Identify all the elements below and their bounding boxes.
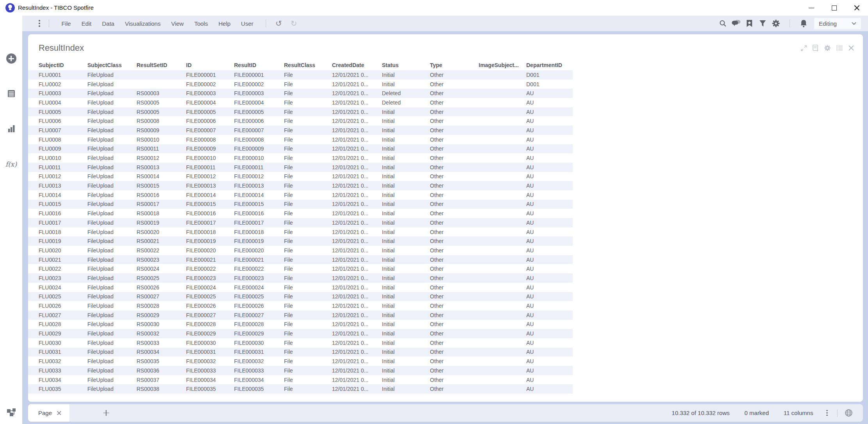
notifications-button[interactable]: [797, 17, 810, 30]
filters-button[interactable]: [756, 17, 769, 30]
cell: D001: [526, 81, 573, 87]
maximize-button[interactable]: [823, 0, 845, 16]
table-row[interactable]: FLU0015FileUploadRS00017FILE000015FILE00…: [28, 200, 573, 209]
table-row[interactable]: FLU0027FileUploadRS00029FILE000027FILE00…: [28, 310, 573, 320]
cell: FileUpload: [87, 164, 137, 170]
undo-icon[interactable]: ↺: [275, 20, 282, 27]
bookmarks-button[interactable]: [743, 17, 756, 30]
cell: FLU0017: [39, 220, 87, 226]
table-row[interactable]: FLU0001FileUploadFILE000001FILE000001Fil…: [28, 70, 573, 80]
close-button[interactable]: [845, 0, 868, 16]
cell: File: [284, 330, 332, 337]
table-row[interactable]: FLU0002FileUploadFILE000002FILE000002Fil…: [28, 80, 573, 89]
table-row[interactable]: FLU0024FileUploadRS00026FILE000024FILE00…: [28, 283, 573, 292]
menu-item-visualizations[interactable]: Visualizations: [120, 18, 166, 29]
visualization-settings-icon[interactable]: [824, 44, 831, 51]
table-row[interactable]: FLU0004FileUploadRS00005FILE000004FILE00…: [28, 98, 573, 107]
table-row[interactable]: FLU0018FileUploadRS00020FILE000018FILE00…: [28, 227, 573, 237]
column-header-imagesubject[interactable]: ImageSubject...: [479, 62, 526, 68]
table-row[interactable]: FLU0010FileUploadRS00012FILE000010FILE00…: [28, 153, 573, 163]
menu-item-data[interactable]: Data: [97, 18, 120, 29]
cell: Other: [430, 349, 479, 355]
table-row[interactable]: FLU0022FileUploadRS00024FILE000022FILE00…: [28, 264, 573, 273]
table-row[interactable]: FLU0023FileUploadRS00025FILE000023FILE00…: [28, 273, 573, 283]
menubar-kebab-button[interactable]: [37, 18, 42, 28]
table-row[interactable]: FLU0003FileUploadRS00003FILE000003FILE00…: [28, 89, 573, 98]
column-header-id[interactable]: ID: [186, 62, 234, 68]
cell: FILE000013: [234, 183, 284, 189]
column-header-type[interactable]: Type: [430, 62, 479, 68]
table-row[interactable]: FLU0005FileUploadRS00005FILE000005FILE00…: [28, 107, 573, 117]
minimize-button[interactable]: [800, 0, 823, 16]
table-row[interactable]: FLU0031FileUploadRS00034FILE000031FILE00…: [28, 348, 573, 357]
column-header-resultclass[interactable]: ResultClass: [284, 62, 332, 68]
new-page-button[interactable]: [98, 404, 114, 422]
table-row[interactable]: FLU0017FileUploadRS00019FILE000017FILE00…: [28, 218, 573, 227]
mode-dropdown[interactable]: Editing: [814, 18, 861, 29]
column-header-resultid[interactable]: ResultID: [234, 62, 284, 68]
column-header-subjectid[interactable]: SubjectID: [39, 62, 87, 68]
column-header-status[interactable]: Status: [382, 62, 430, 68]
cell: Initial: [382, 229, 430, 235]
cell: FLU0030: [39, 340, 87, 346]
left-sidebar: f(x): [0, 16, 22, 424]
table-row[interactable]: FLU0013FileUploadRS00015FILE000013FILE00…: [28, 181, 573, 190]
column-header-createddate[interactable]: CreatedDate: [332, 62, 382, 68]
table-row[interactable]: FLU0026FileUploadRS00028FILE000026FILE00…: [28, 301, 573, 310]
table-row[interactable]: FLU0014FileUploadRS00016FILE000014FILE00…: [28, 190, 573, 200]
cell: FLU0010: [39, 155, 87, 161]
menu-item-file[interactable]: File: [56, 18, 76, 29]
globe-icon[interactable]: [845, 409, 853, 417]
data-panel-button[interactable]: [0, 85, 22, 102]
cell: FileUpload: [87, 238, 137, 244]
page-tab[interactable]: Page: [28, 404, 69, 422]
cell: File: [284, 210, 332, 216]
cell: RS00022: [137, 247, 186, 254]
menu-item-user[interactable]: User: [236, 18, 259, 29]
data-canvas-button[interactable]: [0, 403, 22, 420]
table-row[interactable]: FLU0009FileUploadRS00011FILE000009FILE00…: [28, 144, 573, 154]
menu-item-edit[interactable]: Edit: [76, 18, 97, 29]
menu-item-help[interactable]: Help: [213, 18, 236, 29]
search-button[interactable]: [716, 17, 730, 30]
table-row[interactable]: FLU0021FileUploadRS00023FILE000021FILE00…: [28, 255, 573, 264]
visualization-types-button[interactable]: [0, 120, 22, 137]
functions-button[interactable]: f(x): [0, 156, 22, 173]
table-row[interactable]: FLU0034FileUploadRS00037FILE000034FILE00…: [28, 375, 573, 385]
details-icon[interactable]: [812, 44, 819, 51]
maximize-visualization-icon[interactable]: [801, 45, 807, 51]
close-page-icon[interactable]: [57, 411, 61, 415]
maximize-icon: [832, 5, 837, 11]
table-row[interactable]: FLU0019FileUploadRS00021FILE000019FILE00…: [28, 236, 573, 246]
table-row[interactable]: FLU0033FileUploadRS00036FILE000033FILE00…: [28, 366, 573, 375]
table-row[interactable]: FLU0029FileUploadRS00032FILE000029FILE00…: [28, 329, 573, 338]
table-row[interactable]: FLU0020FileUploadRS00022FILE000020FILE00…: [28, 246, 573, 255]
cell: FILE000009: [234, 145, 284, 152]
table-row[interactable]: FLU0016FileUploadRS00018FILE000016FILE00…: [28, 209, 573, 218]
legend-icon[interactable]: [836, 45, 843, 51]
table-row[interactable]: FLU0012FileUploadRS00014FILE000012FILE00…: [28, 172, 573, 181]
redo-icon[interactable]: ↻: [291, 20, 297, 27]
table-row[interactable]: FLU0030FileUploadRS00033FILE000030FILE00…: [28, 338, 573, 348]
menu-item-tools[interactable]: Tools: [189, 18, 213, 29]
cell: AU: [526, 183, 573, 189]
table-row[interactable]: FLU0028FileUploadRS00030FILE000028FILE00…: [28, 320, 573, 329]
table-row[interactable]: FLU0032FileUploadRS00035FILE000032FILE00…: [28, 357, 573, 366]
comments-button[interactable]: [730, 17, 743, 30]
settings-button[interactable]: [769, 17, 783, 30]
table-row[interactable]: FLU0006FileUploadRS00008FILE000006FILE00…: [28, 116, 573, 126]
column-header-departmentid[interactable]: DepartmentID: [526, 62, 573, 68]
column-header-subjectclass[interactable]: SubjectClass: [87, 62, 137, 68]
menu-item-view[interactable]: View: [166, 18, 189, 29]
table-row[interactable]: FLU0008FileUploadRS00010FILE000008FILE00…: [28, 135, 573, 144]
table-row[interactable]: FLU0025FileUploadRS00027FILE000025FILE00…: [28, 292, 573, 302]
column-header-resultsetid[interactable]: ResultSetID: [137, 62, 186, 68]
cell: File: [284, 266, 332, 272]
table-row[interactable]: FLU0007FileUploadRS00009FILE000007FILE00…: [28, 126, 573, 135]
table-row[interactable]: FLU0011FileUploadRS00013FILE000011FILE00…: [28, 163, 573, 172]
status-kebab-button[interactable]: [825, 408, 829, 418]
close-visualization-icon[interactable]: [848, 45, 854, 51]
cell: 12/01/2021 0...: [332, 284, 382, 291]
table-row[interactable]: FLU0035FileUploadRS00038FILE000035FILE00…: [28, 384, 573, 394]
add-visualization-button[interactable]: [0, 50, 22, 67]
